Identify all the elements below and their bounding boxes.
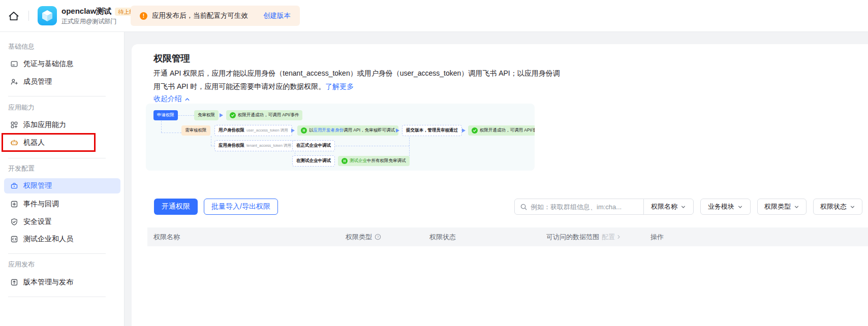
sidebar-item-label: 权限管理 [23, 181, 52, 190]
chevron-right-icon [616, 234, 622, 240]
section-basic-info: 基础信息 [8, 42, 35, 51]
publish-banner: 应用发布后，当前配置方可生效 创建版本 [131, 6, 300, 26]
node-title: 提交版本，管理员审核通过 [406, 127, 458, 134]
main-card: 权限管理 开通 API 权限后，应用才能以应用身份（tenant_access_… [132, 44, 868, 326]
learn-more-link[interactable]: 了解更多 [325, 82, 354, 90]
section-app-capability: 应用能力 [8, 103, 35, 112]
sidebar-item-label: 成员管理 [23, 77, 52, 86]
column-permission-status: 权限状态 [429, 227, 456, 246]
search-icon [520, 203, 528, 211]
sidebar-divider [8, 297, 106, 297]
debug-circle-icon [342, 158, 348, 164]
home-button[interactable] [7, 10, 20, 23]
badge-label: 申请权限 [157, 112, 174, 118]
collapse-intro-label: 收起介绍 [153, 94, 182, 104]
description-text: 用飞书 API 时，应用可能还需要申请对应的数据权限。 [153, 82, 325, 90]
sidebar-item-robot[interactable]: 机器人 [4, 135, 120, 150]
badge-label: 以应用开发者身份调用 API，免审核即可调试 [309, 127, 395, 134]
sidebar-item-label: 机器人 [23, 138, 45, 147]
sidebar-divider [8, 96, 106, 96]
sidebar-item-credentials[interactable]: 凭证与基础信息 [4, 56, 120, 72]
arrow-right-icon [220, 113, 223, 117]
node-title: 用户身份权限 [219, 127, 244, 134]
debug-formal-node: 在正式企业中调试 [292, 140, 335, 151]
debug-test-node: 在测试企业中调试 [292, 155, 335, 167]
config-label: 配置 [602, 233, 615, 242]
connector [333, 146, 409, 146]
node-token: user_access_token 调用 [246, 128, 288, 133]
chevron-down-icon [680, 204, 686, 210]
permission-flow-diagram: 申请权限 免审权限 权限开通成功，可调用 API/事件 需审核权限 用户身份权限… [146, 104, 535, 171]
section-dev-config: 开发配置 [8, 164, 35, 173]
app-subtitle: 正式应用@测试部门 [61, 17, 116, 26]
node-title: 应用身份权限 [219, 143, 244, 149]
search-field-dropdown[interactable]: 权限名称 [644, 199, 693, 214]
sidebar: 基础信息 凭证与基础信息 成员管理 应用能力 添加应用能力 机 [0, 32, 125, 326]
badge-label: 权限开通成功，可调用 API/事件 [238, 112, 299, 118]
search-group: 权限名称 [514, 199, 694, 215]
sidebar-divider [8, 158, 106, 158]
submit-version-node: 提交版本，管理员审核通过 [402, 125, 462, 136]
connector [161, 133, 181, 133]
upload-icon [10, 278, 18, 286]
success-badge-2: 权限开通成功，可调用 API/事件 [468, 125, 535, 136]
home-icon [8, 11, 19, 22]
column-label: 权限类型 [346, 233, 372, 242]
need-review-badge: 需审核权限 [181, 125, 210, 136]
warning-icon [140, 12, 147, 20]
column-permission-type: 权限类型 ? [346, 227, 381, 246]
arrow-right-icon [291, 128, 295, 133]
code-brackets-icon [10, 235, 18, 243]
open-permission-button[interactable]: 开通权限 [154, 199, 198, 215]
dev-debug-badge: 以应用开发者身份调用 API，免审核即可调试 [297, 125, 398, 136]
filter-status-dropdown[interactable]: 权限状态 [813, 199, 862, 215]
page-description-line2: 用飞书 API 时，应用可能还需要申请对应的数据权限。了解更多 [153, 80, 354, 93]
banner-text: 应用发布后，当前配置方可生效 [152, 11, 248, 20]
chevron-down-icon [737, 204, 743, 210]
scope-config-link[interactable]: 配置 [602, 233, 622, 242]
sidebar-item-permission[interactable]: 权限管理 [4, 178, 120, 193]
permission-icon [10, 182, 18, 190]
column-data-scope: 可访问的数据范围 配置 [546, 227, 622, 246]
connector [211, 136, 211, 146]
sidebar-item-label: 安全设置 [23, 217, 52, 226]
filter-type-dropdown[interactable]: 权限类型 [757, 199, 807, 215]
success-badge-1: 权限开通成功，可调用 API/事件 [226, 110, 302, 120]
user-identity-node: 用户身份权限 user_access_token 调用 [214, 125, 292, 136]
sidebar-item-events[interactable]: 事件与回调 [4, 197, 120, 212]
column-action: 操作 [650, 227, 664, 246]
node-title: 在测试企业中调试 [296, 158, 331, 164]
sidebar-item-security[interactable]: 安全设置 [4, 214, 120, 230]
arrow-right-icon [462, 128, 466, 133]
sidebar-item-add-capability[interactable]: 添加应用能力 [4, 117, 120, 133]
event-callback-icon [10, 200, 18, 208]
node-title: 在正式企业中调试 [296, 143, 331, 149]
batch-import-export-button[interactable]: 批量导入/导出权限 [204, 199, 278, 215]
cube-icon [38, 6, 57, 25]
column-permission-name: 权限名称 [153, 227, 180, 246]
check-circle-icon [472, 127, 478, 134]
sidebar-item-release[interactable]: 版本管理与发布 [4, 275, 120, 290]
search-input[interactable] [531, 203, 643, 211]
badge-label: 测试企业中所有权限免审调试 [350, 158, 406, 164]
apply-permission-badge: 申请权限 [153, 110, 178, 120]
table-header: 权限名称 权限类型 ? 权限状态 可访问的数据范围 配置 操作 [147, 227, 868, 246]
shield-check-icon [10, 218, 18, 226]
sidebar-item-label: 添加应用能力 [23, 120, 66, 129]
sidebar-divider [8, 253, 106, 254]
badge-label: 免审权限 [198, 112, 215, 118]
sidebar-item-test-org[interactable]: 测试企业和人员 [4, 232, 120, 247]
app-identity-node: 应用身份权限 tenant_access_token 调用 [214, 140, 295, 151]
credential-icon [10, 60, 18, 68]
create-version-link[interactable]: 创建版本 [263, 11, 291, 20]
collapse-intro-link[interactable]: 收起介绍 [153, 94, 190, 104]
sidebar-item-label: 版本管理与发布 [23, 278, 73, 287]
filter-module-dropdown[interactable]: 业务模块 [700, 199, 751, 215]
sidebar-item-label: 事件与回调 [23, 200, 59, 209]
member-icon [10, 78, 18, 86]
robot-icon [10, 139, 18, 147]
help-icon[interactable]: ? [375, 234, 381, 240]
top-bar: openclaw测试 待上线 正式应用@测试部门 应用发布后，当前配置方可生效 … [0, 0, 868, 32]
sidebar-item-label: 凭证与基础信息 [23, 59, 73, 69]
sidebar-item-members[interactable]: 成员管理 [4, 74, 120, 89]
